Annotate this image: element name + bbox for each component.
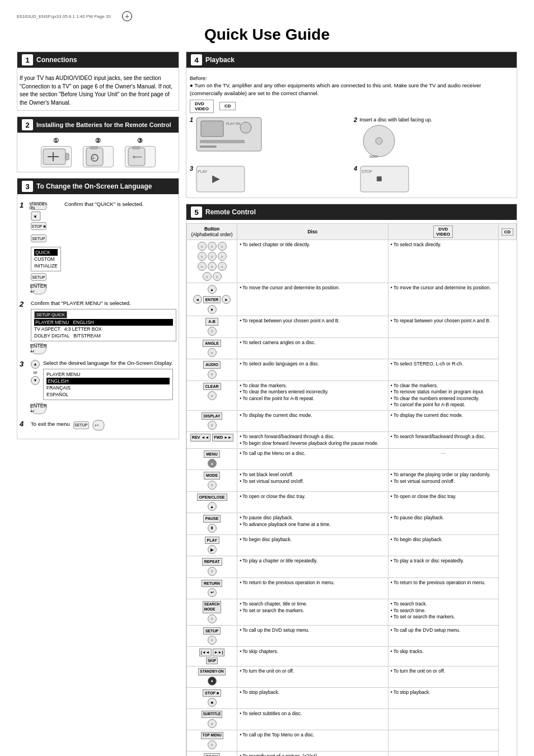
right-column: 4 Playback Before: ● Turn on the TV, amp… xyxy=(186,51,517,756)
btn-subtitle-icons: SUBTITLE ○ xyxy=(189,711,235,728)
table-row: ANGLE ○ • To select camera angles on a d… xyxy=(187,337,517,359)
svg-rect-16 xyxy=(201,121,223,137)
svg-rect-1 xyxy=(65,153,69,160)
cd-audio: • To select STEREO, L-ch or R-ch. xyxy=(388,359,498,381)
cd-cursor: • To move the cursor and determine its p… xyxy=(388,283,498,316)
btn-subtitle: SUBTITLE ○ xyxy=(187,709,237,730)
btn-search-mode: SEARCHMODE ○ xyxy=(187,599,237,626)
cd-standby: • To turn the unit on or off. xyxy=(388,666,498,688)
step3-label: ③ xyxy=(137,137,143,144)
lang-step1-content: STANDBY-ON ▼ STOP ■ SETUP QUICK xyxy=(31,201,176,295)
cd-menu: — xyxy=(388,449,498,470)
connections-body: If your TV has AUDIO/VIDEO input jacks, … xyxy=(17,71,179,110)
lang-step3-text: Select the desired language for the On-S… xyxy=(43,360,173,367)
mode-label: MODE xyxy=(204,472,220,479)
btn-cursor: ▲ ◄ ENTER ► ▼ xyxy=(187,283,237,316)
section2-number: 2 xyxy=(22,119,33,130)
skip-label: SKIP xyxy=(206,658,218,665)
battery-step-3: ③ ⟵ xyxy=(125,137,156,167)
skip-prev-btn: |◄◄ xyxy=(199,649,212,656)
cd-fwd-rev: • To search forward/backward through a d… xyxy=(388,432,498,449)
btn-zoom: ZOOM ○ xyxy=(187,752,237,756)
btn-top-menu: TOP MENU ○ xyxy=(187,730,237,752)
table-row: STANDBY-ON ● • To turn the unit on or of… xyxy=(187,666,517,688)
menu-dolby: DOLBY DIGITAL BITSTREAM xyxy=(34,332,173,339)
svg-rect-19 xyxy=(200,145,217,148)
disc-insert-icon: label facing up xyxy=(359,123,399,159)
table-row: A-B ○ • To repeat between your chosen po… xyxy=(187,316,517,337)
col-dvd: DVDVIDEO xyxy=(388,224,498,240)
btn-pause-icons: PAUSE ⏸ xyxy=(189,515,235,532)
enter-btn: ENTER xyxy=(203,296,221,303)
pb-step-4: 4 ■ STOP xyxy=(354,165,513,194)
play-button-icon: ▶ PLAY xyxy=(195,165,246,193)
lang-step3-num: 3 xyxy=(20,360,27,368)
col-disc: Disc xyxy=(237,224,388,240)
enter-icon-2: ENTER ↩ xyxy=(31,343,46,354)
btn-open-close-icons: OPEN/CLOSE ▲ xyxy=(189,494,235,511)
zoom-label: ZOOM xyxy=(204,753,220,756)
btn-standby-on: STANDBY-ON ● xyxy=(187,666,237,688)
dvd-setup: • To call up the DVD setup menu. xyxy=(237,625,388,646)
standby-icon: STANDBY-ON xyxy=(31,202,46,210)
lang-step-1: 1 STANDBY-ON ▼ STOP ■ SETUP xyxy=(20,201,176,295)
btn-stop-icons: STOP ■ ■ xyxy=(189,689,235,707)
skip-next-btn: ►►| xyxy=(213,649,225,656)
svg-point-22 xyxy=(376,138,382,144)
dvd-display: • To display the current disc mode. xyxy=(237,410,388,431)
repeat-label: REPEAT xyxy=(202,558,222,565)
setup-icon-1: SETUP xyxy=(31,234,46,242)
pb-step4-num: 4 xyxy=(354,165,357,172)
table-row: DISPLAY ○ • To display the current disc … xyxy=(187,410,517,431)
btn-audio: AUDIO ○ xyxy=(187,359,237,381)
col-button: Button(Alphabetical order) xyxy=(187,224,237,240)
cd-col-label: CD xyxy=(502,228,514,236)
btn-ab: A-B ○ xyxy=(187,316,237,337)
cd-skip: • To skip tracks. xyxy=(388,647,498,666)
btn-mode-icons: MODE ○ xyxy=(189,472,235,489)
language-steps: 1 STANDBY-ON ▼ STOP ■ SETUP xyxy=(17,198,179,439)
crosshair-icon xyxy=(122,11,132,21)
setup-device-icon: ↩ xyxy=(92,420,105,431)
search-mode-label: SEARCHMODE xyxy=(203,601,221,613)
remote-table: Button(Alphabetical order) Disc DVDVIDEO… xyxy=(186,223,517,756)
cd-label: CD xyxy=(219,102,236,110)
btn-return: RETURN ↩ xyxy=(187,577,237,599)
svg-text:+: + xyxy=(92,155,95,161)
up-arrow-icon: ▲ xyxy=(31,360,40,369)
btn-setup-icons: SETUP ○ xyxy=(189,627,235,645)
before-label: Before: xyxy=(190,75,207,81)
top-menu-label: TOP MENU xyxy=(201,732,223,739)
rev-btn: REV ◄◄ xyxy=(190,434,210,441)
menu-item-initialize: INITIALIZE xyxy=(34,262,58,269)
batteries-header: 2 Installing the Batteries for the Remot… xyxy=(17,117,179,133)
lang-step1-text: Confirm that "QUICK" is selected. xyxy=(64,201,143,208)
svg-text:label: label xyxy=(369,154,378,158)
col-cd: CD xyxy=(498,224,516,240)
table-row: ○ ○ ○ ○ ○ ○ ○ xyxy=(187,240,517,283)
table-row: SETUP ○ • To call up the DVD setup menu.… xyxy=(187,625,517,646)
remote-title: Remote Control xyxy=(205,208,256,216)
svg-rect-18 xyxy=(200,140,245,143)
btn-pause: PAUSE ⏸ xyxy=(187,513,237,534)
menu-tv-aspect: TV ASPECT 4:3 LETTER BOX xyxy=(34,326,173,332)
btn-audio-icons: AUDIO ○ xyxy=(189,361,235,378)
pb-step-1: 1 PLAY ON xyxy=(190,116,349,161)
playback-content: Before: ● Turn on the TV, amplifier and … xyxy=(186,71,517,198)
menu-english: ENGLISH xyxy=(46,378,170,384)
dvd-0-9: • To select chapter or title directly. xyxy=(237,240,388,283)
btn-standby-icons: STANDBY-ON ● xyxy=(189,668,235,685)
svg-text:↩: ↩ xyxy=(95,422,99,428)
btn-repeat: REPEAT ○ xyxy=(187,556,237,577)
btn-0-9-icons: ○ ○ ○ ○ ○ ○ ○ xyxy=(189,242,235,281)
cd-pause: • To pause disc playback. xyxy=(388,513,498,534)
enter-icon-1: ENTER ↩ xyxy=(31,283,46,294)
fwd-btn: FWD ►► xyxy=(212,434,233,441)
cd-subtitle xyxy=(388,709,498,730)
btn-clear-icons: CLEAR ○ xyxy=(189,383,235,400)
btn-mode: MODE ○ xyxy=(187,470,237,491)
stop-icon-1: STOP ■ xyxy=(31,222,46,230)
step1-label: ① xyxy=(53,137,59,144)
btn-return-icons: RETURN ↩ xyxy=(189,580,235,597)
batteries-diagram: ① ② xyxy=(17,133,179,172)
